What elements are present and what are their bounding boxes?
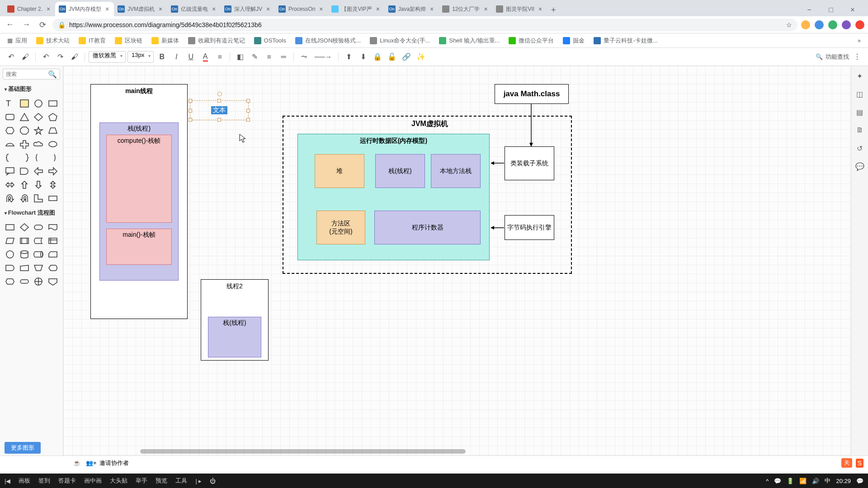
resize-handle[interactable] <box>217 99 221 103</box>
diagram-box[interactable]: 程序计数器 <box>374 211 481 244</box>
comment-icon[interactable]: 💬 <box>854 161 865 172</box>
extension-icon[interactable] <box>828 20 837 29</box>
shape-arrow-down[interactable] <box>33 179 45 191</box>
tray-icon[interactable]: 💬 <box>774 478 781 484</box>
extension-icon[interactable] <box>855 20 864 29</box>
menu-button[interactable]: ⋮ <box>851 51 863 63</box>
close-icon[interactable]: × <box>45 6 52 12</box>
taskbar-item[interactable]: 预览 <box>156 477 167 485</box>
shape-process[interactable] <box>4 221 16 233</box>
link-button[interactable]: 🔗 <box>400 51 413 63</box>
canvas[interactable]: main线程 栈(线程) compute()-栈帧 main()-栈帧 文本 线… <box>63 66 851 455</box>
shape-rect[interactable] <box>47 98 59 109</box>
shape-arrow-left[interactable] <box>33 165 45 177</box>
shape-note[interactable] <box>18 98 31 109</box>
resize-handle[interactable] <box>246 99 250 103</box>
bookmark-link[interactable]: 微信公众平台 <box>505 35 557 47</box>
line-color-button[interactable]: ✎ <box>248 51 261 63</box>
resize-handle[interactable] <box>189 99 192 103</box>
horizontal-scrollbar[interactable] <box>136 449 824 454</box>
bring-front-button[interactable]: ⬆ <box>342 51 355 63</box>
bookmark-folder[interactable]: 区块链 <box>111 35 146 47</box>
reload-button[interactable]: ⟳ <box>36 19 49 31</box>
diagram-box[interactable]: 字节码执行引擎 <box>505 215 554 240</box>
shape-hexagon[interactable] <box>4 125 16 136</box>
diagram-box[interactable]: 类装载子系统 <box>505 146 554 180</box>
shape-ellipse[interactable] <box>47 138 59 150</box>
selection-box[interactable]: 文本 <box>190 100 249 120</box>
shape-star[interactable] <box>33 125 45 136</box>
shape-database[interactable] <box>18 249 31 260</box>
shape-circle[interactable] <box>33 98 45 109</box>
close-icon[interactable]: × <box>318 6 324 12</box>
shape-document[interactable] <box>47 221 59 233</box>
diagram-box[interactable]: 本地方法栈 <box>431 154 481 188</box>
format-painter-button[interactable]: 🖌 <box>68 51 81 63</box>
shape-card[interactable] <box>47 249 59 260</box>
bookmark-link[interactable]: 掘金 <box>559 35 588 47</box>
shape-terminator[interactable] <box>18 276 31 287</box>
scrollbar-thumb[interactable] <box>140 449 466 454</box>
close-icon[interactable]: × <box>375 6 381 12</box>
shape-diamond[interactable] <box>33 111 45 123</box>
close-icon[interactable]: × <box>482 6 489 12</box>
bookmark-link[interactable]: 收藏到有道云笔记 <box>184 35 249 47</box>
italic-button[interactable]: I <box>170 51 183 63</box>
diagram-box[interactable]: java Math.class <box>495 84 569 104</box>
shape-chord[interactable] <box>4 138 16 150</box>
search-input[interactable] <box>6 71 48 77</box>
shape-uturn[interactable] <box>18 192 31 204</box>
diagram-box[interactable]: 栈(线程) <box>208 317 261 357</box>
shape-uturn[interactable] <box>4 192 16 204</box>
close-icon[interactable]: × <box>157 6 164 12</box>
resize-handle[interactable] <box>246 109 250 113</box>
close-button[interactable]: × <box>846 4 859 16</box>
minimize-button[interactable]: − <box>803 4 816 16</box>
navigator-icon[interactable]: ✦ <box>854 70 865 81</box>
bookmark-folder[interactable]: IT教育 <box>75 35 109 47</box>
shape-offpage[interactable] <box>47 276 59 287</box>
shape-rect[interactable] <box>47 192 59 204</box>
bookmark-overflow[interactable]: » <box>854 35 864 46</box>
diagram-box[interactable]: 栈(线程) <box>375 154 425 188</box>
shape-delay[interactable] <box>4 262 16 274</box>
font-size-select[interactable]: 13px <box>127 51 154 63</box>
close-icon[interactable]: × <box>537 6 543 12</box>
forward-button[interactable]: → <box>20 19 33 31</box>
clock[interactable]: 20:29 <box>836 478 851 484</box>
browser-tab[interactable]: OnJVM虚拟机× <box>114 2 167 16</box>
layers-icon[interactable]: ▤ <box>854 107 865 117</box>
arrow-style-button[interactable]: ──→ <box>312 51 335 63</box>
power-icon[interactable]: ⏻ <box>210 478 216 484</box>
browser-tab[interactable]: 【图灵VIP严× <box>328 2 384 16</box>
close-icon[interactable]: × <box>429 6 435 12</box>
avatar[interactable] <box>842 20 851 29</box>
shape-octagon[interactable] <box>18 125 31 136</box>
shape-corner[interactable] <box>33 192 45 204</box>
bookmark-link[interactable]: OSTools <box>250 35 290 46</box>
browser-tab[interactable]: 12位大厂学× <box>439 2 492 16</box>
shape-bracket[interactable] <box>33 152 45 164</box>
bookmark-link[interactable]: 在线JSON校验格式... <box>292 35 365 47</box>
bookmark-folder[interactable]: 技术大站 <box>33 35 73 47</box>
shape-predefined[interactable] <box>18 235 31 247</box>
shape-pentagon[interactable] <box>47 111 59 123</box>
taskbar-item[interactable]: 画中画 <box>84 477 102 485</box>
bookmark-folder[interactable]: 新媒体 <box>148 35 183 47</box>
text-editor[interactable]: 文本 <box>211 106 227 114</box>
shape-arrow-right[interactable] <box>47 165 59 177</box>
shape-plus[interactable] <box>18 138 31 150</box>
taskbar-item[interactable]: 工具 <box>175 477 187 485</box>
lock-button[interactable]: 🔒 <box>371 51 384 63</box>
diagram-box[interactable]: compute()-栈帧 <box>106 135 172 223</box>
history-icon[interactable]: ↺ <box>854 143 865 154</box>
shape-brace[interactable] <box>18 152 31 164</box>
maximize-button[interactable]: □ <box>825 4 837 16</box>
resize-handle[interactable] <box>217 118 221 122</box>
star-icon[interactable]: ☆ <box>786 21 792 28</box>
shape-manual-op[interactable] <box>33 262 45 274</box>
line-style-button[interactable]: ≡ <box>263 51 275 63</box>
close-icon[interactable]: × <box>211 6 217 12</box>
tray-icon[interactable]: ^ <box>766 478 769 484</box>
diagram-box[interactable]: 方法区 (元空间) <box>316 211 365 244</box>
